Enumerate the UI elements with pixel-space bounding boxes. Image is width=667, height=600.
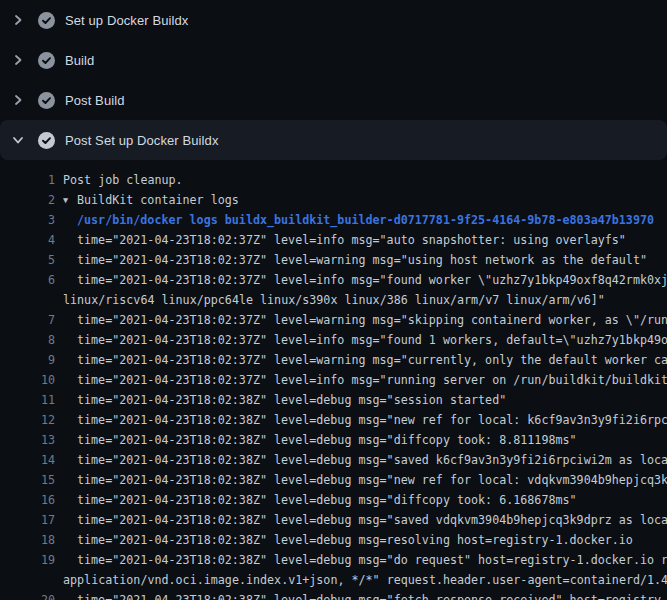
step-list: Set up Docker Buildx Build bbox=[0, 0, 667, 160]
log-line-text: time="2021-04-23T18:02:38Z" level=debug … bbox=[63, 450, 667, 470]
line-number[interactable]: 1 bbox=[0, 170, 55, 190]
chevron-down-icon bbox=[12, 135, 24, 145]
step-label: Build bbox=[65, 53, 94, 68]
log-line-text: time="2021-04-23T18:02:38Z" level=debug … bbox=[63, 490, 667, 510]
log-line-text: linux/riscv64 linux/ppc64le linux/s390x … bbox=[63, 290, 667, 310]
log-line: 20 time="2021-04-23T18:02:38Z" level=deb… bbox=[0, 590, 667, 600]
log-line: 1 Post job cleanup. bbox=[0, 170, 667, 190]
step-label: Post Set up Docker Buildx bbox=[65, 133, 219, 148]
log-line-text: ▼BuildKit container logs bbox=[63, 190, 667, 210]
log-line: 2 ▼BuildKit container logs bbox=[0, 190, 667, 210]
line-number[interactable]: 2 bbox=[0, 190, 55, 210]
log-line: 15 time="2021-04-23T18:02:38Z" level=deb… bbox=[0, 470, 667, 490]
actions-log-viewer: Set up Docker Buildx Build bbox=[0, 0, 667, 600]
line-number[interactable]: 20 bbox=[0, 590, 55, 600]
step-row-build[interactable]: Build bbox=[0, 40, 667, 80]
log-line: 18 time="2021-04-23T18:02:38Z" level=deb… bbox=[0, 530, 667, 550]
line-number[interactable]: 11 bbox=[0, 390, 55, 410]
line-number[interactable]: 10 bbox=[0, 370, 55, 390]
log-line: application/vnd.oci.image.index.v1+json,… bbox=[0, 570, 667, 590]
check-circle-icon bbox=[38, 52, 55, 69]
line-number[interactable] bbox=[0, 290, 55, 310]
line-number[interactable]: 5 bbox=[0, 250, 55, 270]
chevron-right-icon bbox=[13, 54, 23, 66]
log-line: 7 time="2021-04-23T18:02:37Z" level=warn… bbox=[0, 310, 667, 330]
line-number[interactable]: 6 bbox=[0, 270, 55, 290]
log-line-text: /usr/bin/docker logs buildx_buildkit_bui… bbox=[63, 210, 667, 230]
log-output: 1 Post job cleanup. 2 ▼BuildKit containe… bbox=[0, 160, 667, 600]
line-number[interactable]: 9 bbox=[0, 350, 55, 370]
log-line-text: time="2021-04-23T18:02:38Z" level=debug … bbox=[63, 590, 667, 600]
log-line-text: Post job cleanup. bbox=[63, 170, 667, 190]
log-line-text: time="2021-04-23T18:02:37Z" level=info m… bbox=[63, 270, 667, 290]
log-line: 17 time="2021-04-23T18:02:38Z" level=deb… bbox=[0, 510, 667, 530]
log-line-text: time="2021-04-23T18:02:37Z" level=warnin… bbox=[63, 350, 667, 370]
line-number[interactable]: 16 bbox=[0, 490, 55, 510]
log-line: 14 time="2021-04-23T18:02:38Z" level=deb… bbox=[0, 450, 667, 470]
step-row-set-up-docker-buildx[interactable]: Set up Docker Buildx bbox=[0, 0, 667, 40]
log-line: 19 time="2021-04-23T18:02:38Z" level=deb… bbox=[0, 550, 667, 570]
log-line-text: time="2021-04-23T18:02:38Z" level=debug … bbox=[63, 470, 667, 490]
line-number[interactable]: 7 bbox=[0, 310, 55, 330]
log-line: 5 time="2021-04-23T18:02:37Z" level=warn… bbox=[0, 250, 667, 270]
line-number[interactable]: 15 bbox=[0, 470, 55, 490]
check-circle-icon bbox=[38, 12, 55, 29]
log-line: 11 time="2021-04-23T18:02:38Z" level=deb… bbox=[0, 390, 667, 410]
line-number[interactable]: 12 bbox=[0, 410, 55, 430]
log-line-text: time="2021-04-23T18:02:37Z" level=info m… bbox=[63, 370, 667, 390]
log-line-text: time="2021-04-23T18:02:37Z" level=warnin… bbox=[63, 310, 667, 330]
line-number[interactable]: 19 bbox=[0, 550, 55, 570]
step-row-post-set-up-docker-buildx[interactable]: Post Set up Docker Buildx bbox=[0, 120, 667, 160]
line-number[interactable] bbox=[0, 570, 55, 590]
log-line-text: time="2021-04-23T18:02:37Z" level=info m… bbox=[63, 230, 667, 250]
log-line-text: time="2021-04-23T18:02:38Z" level=debug … bbox=[63, 390, 667, 410]
log-line: 12 time="2021-04-23T18:02:38Z" level=deb… bbox=[0, 410, 667, 430]
line-number[interactable]: 3 bbox=[0, 210, 55, 230]
check-circle-icon bbox=[38, 92, 55, 109]
log-line-text: time="2021-04-23T18:02:38Z" level=debug … bbox=[63, 430, 667, 450]
check-circle-icon bbox=[38, 132, 55, 149]
line-number[interactable]: 17 bbox=[0, 510, 55, 530]
step-row-post-build[interactable]: Post Build bbox=[0, 80, 667, 120]
log-line-text: time="2021-04-23T18:02:38Z" level=debug … bbox=[63, 550, 667, 570]
line-number[interactable]: 18 bbox=[0, 530, 55, 550]
log-line: 4 time="2021-04-23T18:02:37Z" level=info… bbox=[0, 230, 667, 250]
line-number[interactable]: 8 bbox=[0, 330, 55, 350]
chevron-right-icon bbox=[13, 14, 23, 26]
line-number[interactable]: 14 bbox=[0, 450, 55, 470]
log-line-text: time="2021-04-23T18:02:37Z" level=warnin… bbox=[63, 250, 667, 270]
step-label: Set up Docker Buildx bbox=[65, 13, 188, 28]
log-line-text: time="2021-04-23T18:02:38Z" level=debug … bbox=[63, 510, 667, 530]
log-line-text: time="2021-04-23T18:02:37Z" level=info m… bbox=[63, 330, 667, 350]
log-line: 10 time="2021-04-23T18:02:37Z" level=inf… bbox=[0, 370, 667, 390]
log-line: 6 time="2021-04-23T18:02:37Z" level=info… bbox=[0, 270, 667, 290]
line-number[interactable]: 13 bbox=[0, 430, 55, 450]
step-label: Post Build bbox=[65, 93, 125, 108]
log-line: 8 time="2021-04-23T18:02:37Z" level=info… bbox=[0, 330, 667, 350]
log-line: 3 /usr/bin/docker logs buildx_buildkit_b… bbox=[0, 210, 667, 230]
log-line-text: time="2021-04-23T18:02:38Z" level=debug … bbox=[63, 410, 667, 430]
log-line: 13 time="2021-04-23T18:02:38Z" level=deb… bbox=[0, 430, 667, 450]
chevron-right-icon bbox=[13, 94, 23, 106]
log-line-text: application/vnd.oci.image.index.v1+json,… bbox=[63, 570, 667, 590]
log-line-text: time="2021-04-23T18:02:38Z" level=debug … bbox=[63, 530, 667, 550]
log-line: 16 time="2021-04-23T18:02:38Z" level=deb… bbox=[0, 490, 667, 510]
line-number[interactable]: 4 bbox=[0, 230, 55, 250]
log-line: linux/riscv64 linux/ppc64le linux/s390x … bbox=[0, 290, 667, 310]
log-line: 9 time="2021-04-23T18:02:37Z" level=warn… bbox=[0, 350, 667, 370]
collapse-triangle-icon[interactable]: ▼ bbox=[63, 190, 77, 210]
